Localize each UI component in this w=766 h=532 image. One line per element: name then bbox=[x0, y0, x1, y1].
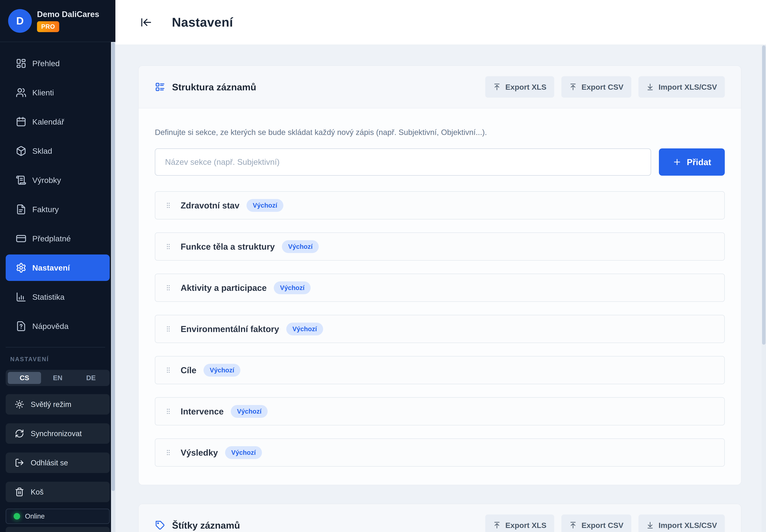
sidebar-divider bbox=[6, 347, 105, 347]
sidebar-item-label: Nastavení bbox=[32, 263, 70, 272]
sidebar-item-label: Sklad bbox=[32, 146, 52, 156]
structure-description: Definujte si sekce, ze kterých se bude s… bbox=[155, 128, 725, 137]
main-scrollbar-thumb[interactable] bbox=[762, 45, 766, 345]
section-row-zdravotni-stav[interactable]: Zdravotní stav Výchozí bbox=[155, 191, 725, 219]
sun-icon bbox=[15, 400, 24, 409]
scroll-icon bbox=[16, 175, 26, 186]
structure-card: Struktura záznamů Export XLS bbox=[138, 66, 741, 485]
invoice-file-icon bbox=[16, 204, 26, 215]
dashboard-icon bbox=[16, 58, 26, 69]
structure-card-title: Struktura záznamů bbox=[172, 82, 256, 92]
sidebar-item-label: Výrobky bbox=[32, 176, 61, 185]
online-status: Online bbox=[6, 509, 110, 524]
sidebar-scrollbar-thumb[interactable] bbox=[111, 42, 115, 491]
layout-list-icon bbox=[155, 82, 165, 92]
section-row-aktivity[interactable]: Aktivity a participace Výchozí bbox=[155, 274, 725, 302]
gear-icon bbox=[16, 262, 26, 273]
plus-icon bbox=[673, 157, 682, 167]
sidebar-nav: Přehled Klienti Kalendář bbox=[6, 50, 110, 339]
upload-icon bbox=[569, 83, 577, 91]
language-option-en[interactable]: EN bbox=[41, 372, 74, 384]
drag-handle-icon[interactable] bbox=[165, 365, 172, 375]
sidebar-item-klienti[interactable]: Klienti bbox=[6, 79, 110, 106]
app-window: D Demo DaliCares PRO Přehled Klient bbox=[0, 0, 766, 532]
sidebar-item-kalendar[interactable]: Kalendář bbox=[6, 109, 110, 135]
section-row-cile[interactable]: Cíle Výchozí bbox=[155, 356, 725, 384]
drag-handle-icon[interactable] bbox=[165, 447, 172, 458]
section-name: Výsledky bbox=[181, 448, 218, 458]
sidebar-item-predplatne[interactable]: Předplatné bbox=[6, 225, 110, 252]
avatar: D bbox=[8, 9, 32, 33]
export-xls-label: Export XLS bbox=[505, 83, 547, 91]
tags-export-csv-button[interactable]: Export CSV bbox=[561, 514, 631, 532]
trash-button[interactable]: Koš bbox=[6, 482, 110, 502]
sidebar-item-faktury[interactable]: Faktury bbox=[6, 196, 110, 223]
trash-icon bbox=[15, 487, 24, 497]
light-mode-label: Světlý režim bbox=[31, 400, 71, 409]
download-icon bbox=[646, 83, 654, 91]
sidebar-scrollbar[interactable] bbox=[111, 42, 115, 532]
default-badge: Výchozí bbox=[282, 240, 319, 253]
sidebar-item-sklad[interactable]: Sklad bbox=[6, 138, 110, 164]
export-xls-button[interactable]: Export XLS bbox=[485, 76, 554, 98]
package-icon bbox=[16, 146, 26, 156]
default-badge: Výchozí bbox=[203, 364, 240, 377]
default-badge: Výchozí bbox=[274, 281, 310, 294]
section-name: Zdravotní stav bbox=[181, 200, 239, 210]
tags-card-header: Štítky záznamů Export XLS bbox=[139, 504, 741, 532]
collapse-sidebar-button[interactable] bbox=[140, 16, 152, 29]
logout-label: Odhlásit se bbox=[31, 458, 68, 467]
sidebar-item-label: Předplatné bbox=[32, 234, 71, 243]
default-badge: Výchozí bbox=[286, 323, 323, 335]
content-area: Struktura záznamů Export XLS bbox=[115, 45, 766, 532]
export-csv-button[interactable]: Export CSV bbox=[561, 76, 631, 98]
sidebar-item-label: Faktury bbox=[32, 205, 59, 214]
drag-handle-icon[interactable] bbox=[165, 200, 172, 211]
default-badge: Výchozí bbox=[225, 446, 262, 459]
logout-button[interactable]: Odhlásit se bbox=[6, 453, 110, 473]
bar-chart-icon bbox=[16, 292, 26, 302]
tags-export-xls-button[interactable]: Export XLS bbox=[485, 514, 554, 532]
section-row-vysledky[interactable]: Výsledky Výchozí bbox=[155, 438, 725, 467]
sidebar-item-statistika[interactable]: Statistika bbox=[6, 284, 110, 310]
add-section-button[interactable]: Přidat bbox=[659, 148, 725, 176]
online-dot-icon bbox=[14, 513, 20, 520]
sidebar-item-prehled[interactable]: Přehled bbox=[6, 50, 110, 77]
drag-handle-icon[interactable] bbox=[165, 282, 172, 293]
add-section-label: Přidat bbox=[687, 157, 711, 167]
sidebar-item-vyrobky[interactable]: Výrobky bbox=[6, 167, 110, 193]
partial-bottom-button bbox=[6, 527, 110, 532]
logout-icon bbox=[15, 458, 24, 467]
section-name-input[interactable] bbox=[155, 148, 651, 176]
drag-handle-icon[interactable] bbox=[165, 324, 172, 334]
language-option-de[interactable]: DE bbox=[74, 372, 108, 384]
section-name: Cíle bbox=[181, 365, 196, 375]
main-scrollbar[interactable] bbox=[762, 45, 766, 532]
section-name: Aktivity a participace bbox=[181, 283, 267, 293]
drag-handle-icon[interactable] bbox=[165, 241, 172, 252]
section-row-funkce-tela[interactable]: Funkce těla a struktury Výchozí bbox=[155, 232, 725, 261]
upload-icon bbox=[493, 83, 501, 91]
sidebar-item-napoveda[interactable]: Nápověda bbox=[6, 313, 110, 339]
upload-icon bbox=[569, 521, 577, 529]
tags-card: Štítky záznamů Export XLS bbox=[138, 504, 741, 532]
sidebar-item-nastaveni[interactable]: Nastavení bbox=[6, 254, 110, 281]
section-row-intervence[interactable]: Intervence Výchozí bbox=[155, 397, 725, 425]
pro-plan-badge: PRO bbox=[37, 21, 59, 32]
import-xls-csv-button[interactable]: Import XLS/CSV bbox=[638, 76, 725, 98]
structure-card-header: Struktura záznamů Export XLS bbox=[139, 66, 741, 108]
synchronize-button[interactable]: Synchronizovat bbox=[6, 423, 110, 444]
trash-label: Koš bbox=[31, 488, 43, 496]
tag-icon bbox=[155, 520, 165, 530]
online-status-label: Online bbox=[25, 512, 45, 520]
sidebar-item-label: Nápověda bbox=[32, 322, 68, 331]
download-icon bbox=[646, 521, 654, 529]
tags-import-xls-csv-button[interactable]: Import XLS/CSV bbox=[638, 514, 725, 532]
drag-handle-icon[interactable] bbox=[165, 406, 172, 417]
synchronize-label: Synchronizovat bbox=[31, 429, 82, 438]
section-row-environmentalni[interactable]: Environmentální faktory Výchozí bbox=[155, 315, 725, 343]
section-name: Intervence bbox=[181, 406, 224, 416]
light-mode-button[interactable]: Světlý režim bbox=[6, 394, 110, 415]
language-switcher: CS EN DE bbox=[6, 370, 110, 386]
language-option-cs[interactable]: CS bbox=[8, 372, 41, 384]
